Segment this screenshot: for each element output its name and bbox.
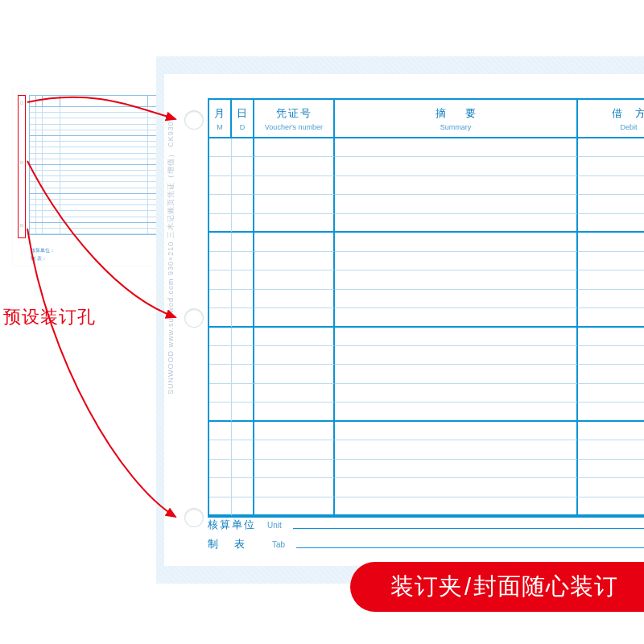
table-row <box>209 252 644 270</box>
col-summary-en: Summary <box>440 123 472 131</box>
table-row <box>209 328 644 346</box>
badge-part-b: 封面 <box>473 571 522 603</box>
badge-part-a: 装订夹 <box>390 571 463 603</box>
table-row <box>209 233 644 251</box>
ledger-sheet: 月M 日D 凭证号Voucher's number 摘要Summary 借方De… <box>156 56 644 584</box>
table-row <box>209 176 644 195</box>
table-row <box>209 195 644 213</box>
footer-tab-cn: 制表 <box>208 537 261 551</box>
col-voucher-en: Voucher's number <box>265 123 323 131</box>
ledger-body <box>209 138 644 516</box>
table-row <box>209 346 644 365</box>
col-month-en: M <box>217 123 223 131</box>
table-row <box>209 270 644 289</box>
badge-tail: 随心装订 <box>522 571 618 603</box>
binding-hole <box>185 509 203 526</box>
col-debit-cn: 借方 <box>599 106 644 121</box>
col-day-cn: 日 <box>237 106 249 121</box>
table-row <box>209 214 644 233</box>
underline <box>293 528 644 529</box>
col-summary-cn: 摘要 <box>416 106 495 121</box>
thumb-hole <box>20 161 23 164</box>
table-row <box>209 308 644 327</box>
thumb-footer-unit: 核算单位： <box>31 246 55 254</box>
thumb-hole <box>20 101 23 105</box>
annotation-preset-holes: 预设装订孔 <box>3 305 96 329</box>
thumb-hole <box>20 224 23 227</box>
col-debit-en: Debit <box>620 123 637 131</box>
ledger-table: 月M 日D 凭证号Voucher's number 摘要Summary 借方De… <box>208 98 644 518</box>
sheet-side-text: SUNWOOD www.sunwod.com 930×210 三木记账页凭证（增… <box>166 116 176 394</box>
footer-tab-en: Tab <box>272 540 285 549</box>
footer-unit-en: Unit <box>267 521 282 530</box>
thumb-footer-tab: 制 表： <box>31 255 47 262</box>
thumb-hole-annotation-box <box>18 95 26 238</box>
ledger-header: 月M 日D 凭证号Voucher's number 摘要Summary 借方De… <box>209 100 644 138</box>
promo-badge: 装订夹 / 封面 随心装订 <box>350 562 644 612</box>
table-row <box>209 440 644 459</box>
table-row <box>209 402 644 421</box>
table-row <box>209 290 644 308</box>
underline <box>296 547 644 548</box>
badge-slash: / <box>464 574 472 601</box>
col-day-en: D <box>240 123 246 131</box>
sheet-footer: 核算单位 Unit 制表 Tab <box>208 513 644 551</box>
table-row <box>209 365 644 383</box>
table-row <box>209 157 644 175</box>
table-row <box>209 138 644 157</box>
col-voucher-cn: 凭证号 <box>276 106 312 121</box>
table-row <box>209 460 644 478</box>
table-row <box>209 422 644 440</box>
binding-hole <box>185 309 203 327</box>
footer-unit-cn: 核算单位 <box>208 518 256 532</box>
table-row <box>209 478 644 497</box>
col-month-cn: 月 <box>214 106 226 121</box>
table-row <box>209 384 644 402</box>
binding-hole <box>185 111 203 129</box>
